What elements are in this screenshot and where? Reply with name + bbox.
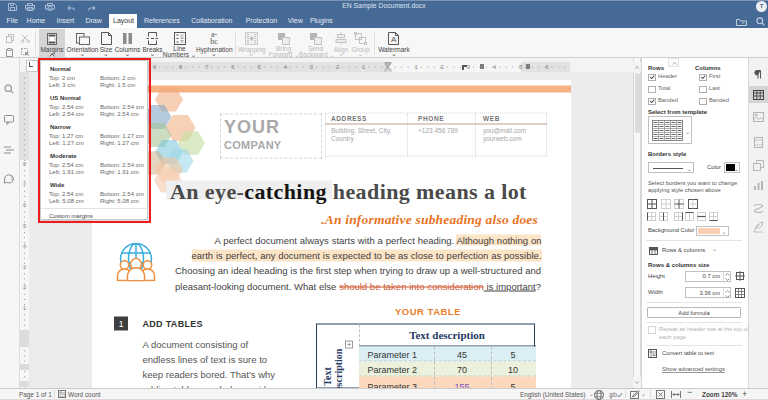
svg-text:4: 4 bbox=[23, 244, 26, 249]
svg-text:5: 5 bbox=[519, 64, 522, 70]
svg-text:7: 7 bbox=[23, 182, 26, 187]
svg-text:ab: ab bbox=[609, 390, 617, 397]
svg-text:5: 5 bbox=[258, 64, 261, 70]
svg-text:3: 3 bbox=[310, 64, 313, 70]
svg-text:2: 2 bbox=[23, 285, 26, 290]
svg-text:A: A bbox=[391, 35, 397, 44]
svg-text:8: 8 bbox=[23, 162, 26, 167]
svg-text:123: 123 bbox=[59, 393, 66, 398]
svg-text:1: 1 bbox=[362, 64, 365, 70]
svg-text:1: 1 bbox=[23, 306, 26, 311]
svg-text:5: 5 bbox=[23, 224, 26, 229]
svg-text:7: 7 bbox=[205, 64, 208, 70]
svg-text:Text: Text bbox=[322, 367, 333, 386]
svg-text:1: 1 bbox=[415, 64, 418, 70]
svg-text:3: 3 bbox=[467, 64, 470, 70]
svg-text:6: 6 bbox=[232, 64, 235, 70]
svg-text:6: 6 bbox=[23, 203, 26, 208]
svg-text:2: 2 bbox=[441, 64, 444, 70]
svg-text:9: 9 bbox=[153, 64, 156, 70]
svg-text:8: 8 bbox=[179, 64, 182, 70]
svg-text:description: description bbox=[333, 348, 344, 388]
svg-text:2: 2 bbox=[336, 64, 339, 70]
svg-text:3: 3 bbox=[23, 265, 26, 270]
svg-text:6: 6 bbox=[545, 64, 548, 70]
svg-text:4: 4 bbox=[493, 64, 496, 70]
svg-text:4: 4 bbox=[284, 64, 287, 70]
